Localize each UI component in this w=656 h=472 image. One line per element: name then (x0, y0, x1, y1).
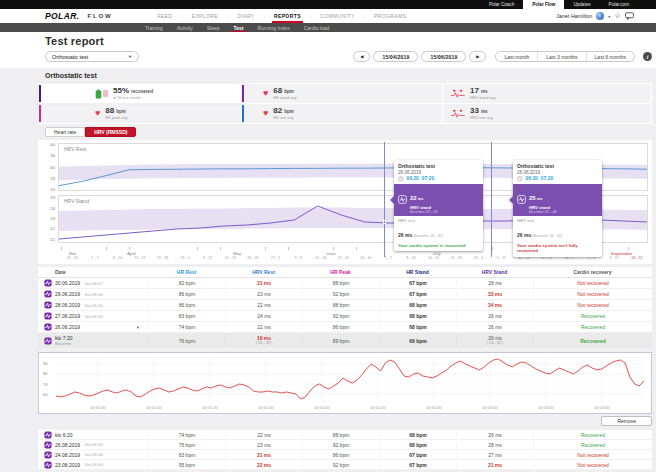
hrv-trend-chart: 4035302520HRV Rest2524232221HRV StandMar… (38, 140, 652, 264)
value-cell: 33 ms (456, 291, 533, 297)
row-date: 26.08.2019 (55, 442, 80, 448)
value-cell: 88 bpm (302, 280, 379, 286)
toggle-heart-rate[interactable]: Heart rate (45, 127, 85, 137)
test-time-link[interactable]: 07:20 (422, 176, 434, 181)
week-label: 1 - 7 (84, 256, 107, 262)
subnav-item-training[interactable]: Training (138, 23, 170, 32)
subnav-item-test[interactable]: Test (227, 23, 251, 32)
info-icon[interactable]: i (643, 52, 652, 61)
value-cell: 21 ms (456, 462, 533, 468)
x-tick-label: 00:03:20 (538, 405, 554, 410)
test-row-24-08-2019[interactable]: 24.08.2019klo 06:0083 bpm21 ms86 bpm67 b… (38, 450, 652, 460)
y-tick-label: 80 (43, 372, 48, 376)
favorites-star-icon[interactable]: ☆ (614, 12, 621, 20)
test-row-30-06-2019[interactable]: 30.06.2019klo 06:0782 bpm21 ms88 bpm67 b… (38, 278, 652, 289)
week-label: 1 - 7 (377, 256, 400, 262)
column-header-hr-stand[interactable]: HR Stand (379, 269, 456, 275)
stat-color-bar (39, 85, 41, 102)
next-period-button[interactable]: ▶ (469, 51, 486, 62)
nav-item-programs[interactable]: PROGRAMS (365, 9, 415, 23)
test-row-26-08-2019[interactable]: 26.08.2019klo 06:0076 bpm23 ms92 bpm68 b… (38, 440, 652, 450)
column-header-hrv-rest[interactable]: HRV Rest (225, 269, 302, 275)
tooltip-date: 26.06.2019 (398, 170, 479, 175)
report-content: Orthostatic test 55%recoveredof 16 test … (38, 72, 652, 470)
test-time-link[interactable]: 07:20 (541, 176, 553, 181)
topbar-link-updates[interactable]: Updates (564, 0, 599, 9)
select-caret-icon: ▼ (128, 54, 132, 59)
y-tick-label: 24 (50, 206, 55, 210)
topbar-link-polar-coach[interactable]: Polar Coach (480, 0, 523, 9)
month-label-mar: Mar (69, 251, 77, 256)
test-time-link[interactable]: 06:20 (526, 176, 538, 181)
value-cell: 68 bpm (379, 442, 456, 448)
row-date: klo 6:20 (55, 432, 73, 438)
chevron-down-icon[interactable]: ▾ (608, 14, 610, 19)
test-row-27-06-2019[interactable]: 27.06.2019klo 06:0083 bpm24 ms92 bpm68 b… (38, 311, 652, 322)
battery-icon (95, 89, 108, 99)
range-button-last-6-months[interactable]: Last 6 months (586, 52, 634, 61)
row-date: 28.06.2019 (55, 302, 80, 308)
hrv-stand-value: 25 (529, 195, 536, 201)
test-time-link[interactable]: 06:20 (407, 176, 419, 181)
range-button-last-month[interactable]: Last month (496, 52, 537, 61)
y-tick-label: 21 (50, 238, 55, 242)
stat-label: HRV rest avg (470, 116, 493, 120)
test-row-klo-6-20[interactable]: klo 6:2074 bpm22 ms88 bpm68 bpm26 msReco… (38, 430, 652, 440)
subnav-item-sleep[interactable]: Sleep (200, 23, 227, 32)
subnav-item-running-index[interactable]: Running Index (250, 23, 296, 32)
test-row-23-08-2019[interactable]: 23.08.2019klo 06:0095 bpm22 ms92 bpm67 b… (38, 460, 652, 470)
test-type-select[interactable]: Orthostatic test ▼ (45, 51, 139, 62)
column-header-hr-peak[interactable]: HR Peak (302, 269, 379, 275)
nav-item-feed[interactable]: FEED (148, 9, 181, 23)
test-row-26-06-2019[interactable]: 26.06.2019▾74 bpm22 ms86 bpm68 bpm26 msR… (38, 322, 652, 333)
user-name[interactable]: Janet Hamilton (556, 13, 592, 19)
test-row-28-06-2019[interactable]: 28.06.2019klo 06:0086 bpm22 ms88 bpm68 b… (38, 300, 652, 311)
row-time: klo 06:00 (85, 314, 103, 319)
topbar-link-polar-flow[interactable]: Polar Flow (523, 0, 564, 9)
collapse-caret-icon[interactable]: ▾ (137, 325, 139, 330)
value-cell: 67 bpm (379, 462, 456, 468)
polar-logo[interactable]: POLAR. (45, 11, 80, 21)
column-header-hr-rest[interactable]: HR Rest (148, 269, 225, 275)
stat-label: HR rest avg (273, 116, 294, 120)
topbar-link-polar-com[interactable]: Polar.com (600, 0, 638, 9)
test-row-29-06-2019[interactable]: 29.06.2019klo 06:0086 bpm23 ms92 bpm67 b… (38, 289, 652, 300)
value-cell: 19 ms( 20 - 28 ) (225, 335, 302, 346)
main-nav-items: FEED|EXPLORE|DIARY|REPORTS|COMMUNITY|PRO… (148, 9, 415, 23)
avatar[interactable] (596, 12, 604, 20)
value-cell: 22 ms (225, 324, 302, 330)
column-header-cardio-recovery[interactable]: Cardio recovery (533, 269, 652, 275)
value-cell: 67 bpm (379, 291, 456, 297)
nav-item-community[interactable]: COMMUNITY (311, 9, 363, 23)
remove-button[interactable]: Remove (601, 416, 652, 426)
nav-item-diary[interactable]: DIARY (228, 9, 263, 23)
range-button-last-3-months[interactable]: Last 3 months (537, 52, 585, 61)
y-axis: 4035302520 (41, 143, 58, 191)
prev-period-button[interactable]: ◀ (353, 51, 370, 62)
column-header-date[interactable]: Date (38, 269, 148, 275)
value-cell: 26 ms( 24 - 32 ) (456, 335, 533, 346)
test-row-klo-7-20[interactable]: klo 7:20Baseline76 bpm19 ms( 20 - 28 )89… (38, 333, 652, 349)
value-cell: 68 bpm (379, 324, 456, 330)
date-from-button[interactable]: 15/04/2019 (373, 51, 418, 62)
value-cell: 86 bpm (148, 291, 225, 297)
column-header-hrv-stand[interactable]: HRV Stand (456, 269, 533, 275)
date-to-button[interactable]: 15/06/2019 (421, 51, 466, 62)
value-cell: 26 ms (456, 432, 533, 438)
week-label: 22 - 28 (151, 256, 174, 262)
feedback-bubble-icon[interactable] (625, 12, 634, 20)
table-header-row: DateHR RestHRV RestHR PeakHR StandHRV St… (38, 267, 652, 278)
nav-item-explore[interactable]: EXPLORE (183, 9, 227, 23)
orthostatic-test-icon (44, 441, 52, 449)
page-header: Test report Orthostatic test ▼ ◀ 15/04/2… (0, 32, 656, 68)
x-tick-label: 00:03:40 (594, 405, 610, 410)
week-label: 20 - 26 (242, 256, 265, 262)
nav-item-reports[interactable]: REPORTS (265, 9, 310, 23)
subnav-item-activity[interactable]: Activity (170, 23, 200, 32)
subnav-item-cardio-load[interactable]: Cardio load (297, 23, 337, 32)
toggle-hrv-rmssd[interactable]: HRV (RMSSD) (85, 127, 136, 137)
month-label-july: July (433, 251, 441, 256)
test-results-table: DateHR RestHRV RestHR PeakHR StandHRV St… (38, 267, 652, 349)
hrv-rest-baseline: (Baseline 24 - 32) (531, 234, 562, 238)
date-cell: 26.06.2019▾ (38, 323, 148, 331)
